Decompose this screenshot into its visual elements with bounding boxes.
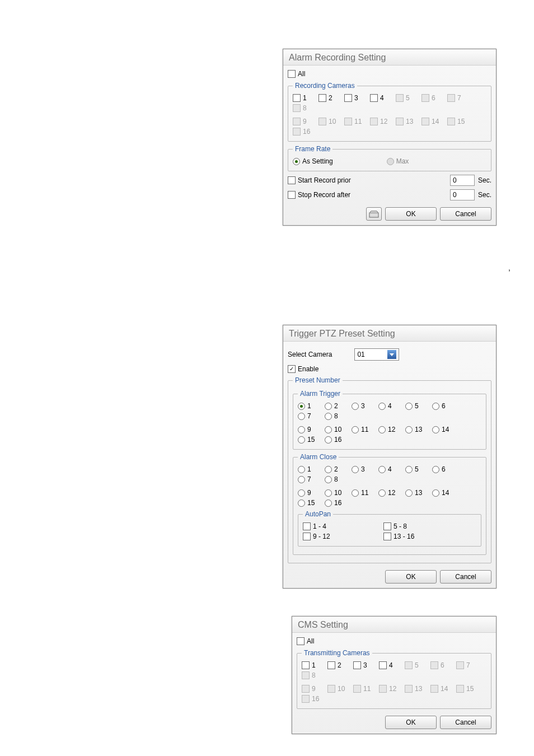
camera-16-checkbox: 16 xyxy=(293,128,316,136)
transmitting-cameras-group: Transmitting Cameras 1 2 3 4 5 6 7 8 9 1… xyxy=(297,649,491,709)
camera-8-checkbox: 8 xyxy=(293,104,316,112)
close-12-radio[interactable]: 12 xyxy=(378,489,402,497)
trigger-9-radio[interactable]: 9 xyxy=(298,426,321,433)
camera-12-checkbox: 12 xyxy=(379,685,402,693)
close-6-radio[interactable]: 6 xyxy=(432,465,456,473)
close-1-radio[interactable]: 1 xyxy=(298,465,321,473)
close-16-radio[interactable]: 16 xyxy=(325,499,348,507)
trigger-2-radio[interactable]: 2 xyxy=(325,402,348,410)
trigger-4-radio[interactable]: 4 xyxy=(378,402,402,410)
frame-rate-legend: Frame Rate xyxy=(293,145,332,153)
cancel-button[interactable]: Cancel xyxy=(440,207,491,221)
ok-button[interactable]: OK xyxy=(385,207,437,221)
stop-record-after-checkbox[interactable]: Stop Record after xyxy=(288,191,350,199)
camera-1-checkbox[interactable]: 1 xyxy=(302,661,325,669)
close-11-radio[interactable]: 11 xyxy=(352,489,375,497)
close-4-radio[interactable]: 4 xyxy=(378,465,402,473)
camera-10-checkbox: 10 xyxy=(327,685,351,693)
close-13-radio[interactable]: 13 xyxy=(405,489,429,497)
trigger-3-radio[interactable]: 3 xyxy=(352,402,375,410)
transmitting-cameras-legend: Transmitting Cameras xyxy=(302,649,372,657)
alarm-recording-dialog: Alarm Recording Setting All Recording Ca… xyxy=(283,49,496,226)
close-15-radio[interactable]: 15 xyxy=(298,499,321,507)
select-camera-dropdown[interactable]: 01 xyxy=(354,348,399,361)
camera-7-checkbox: 7 xyxy=(447,94,471,102)
autopan-5-8-checkbox[interactable]: 5 - 8 xyxy=(383,522,407,530)
camera-4-checkbox[interactable]: 4 xyxy=(370,94,394,102)
close-3-radio[interactable]: 3 xyxy=(352,465,375,473)
trigger-5-radio[interactable]: 5 xyxy=(405,402,429,410)
autopan-13-16-checkbox[interactable]: 13 - 16 xyxy=(383,533,414,540)
camera-9-checkbox: 9 xyxy=(302,685,325,693)
preset-number-group: Preset Number Alarm Trigger 1 2 3 4 5 6 … xyxy=(288,376,491,563)
close-7-radio[interactable]: 7 xyxy=(298,475,321,483)
all-label: All xyxy=(298,70,305,78)
cancel-button[interactable]: Cancel xyxy=(440,570,491,584)
camera-6-checkbox: 6 xyxy=(421,94,445,102)
camera-7-checkbox: 7 xyxy=(456,661,480,669)
chevron-down-icon xyxy=(387,350,396,359)
camera-14-checkbox: 14 xyxy=(421,118,445,125)
start-record-prior-checkbox[interactable]: Start Record prior xyxy=(288,176,351,184)
camera-15-checkbox: 15 xyxy=(456,685,480,693)
trigger-6-radio[interactable]: 6 xyxy=(432,402,456,410)
camera-6-checkbox: 6 xyxy=(430,661,454,669)
enable-checkbox[interactable]: ✓Enable xyxy=(288,365,318,373)
trigger-14-radio[interactable]: 14 xyxy=(432,426,456,433)
camera-5-checkbox: 5 xyxy=(405,661,428,669)
close-9-radio[interactable]: 9 xyxy=(298,489,321,497)
trigger-7-radio[interactable]: 7 xyxy=(298,412,321,420)
camera-2-checkbox[interactable]: 2 xyxy=(327,661,351,669)
camera-11-checkbox: 11 xyxy=(344,118,368,125)
sec-label: Sec. xyxy=(478,191,491,199)
trigger-10-radio[interactable]: 10 xyxy=(325,426,348,433)
all-checkbox[interactable]: All xyxy=(288,70,305,78)
trigger-12-radio[interactable]: 12 xyxy=(378,426,402,433)
camera-3-checkbox[interactable]: 3 xyxy=(344,94,368,102)
camera-11-checkbox: 11 xyxy=(353,685,377,693)
trigger-1-radio[interactable]: 1 xyxy=(298,402,321,410)
recording-cameras-legend: Recording Cameras xyxy=(293,82,357,90)
camera-15-checkbox: 15 xyxy=(447,118,471,125)
cms-setting-dialog: CMS Setting All Transmitting Cameras 1 2… xyxy=(292,616,496,734)
camera-13-checkbox: 13 xyxy=(405,685,428,693)
camera-16-checkbox: 16 xyxy=(302,695,325,703)
close-14-radio[interactable]: 14 xyxy=(432,489,456,497)
autopan-1-4-checkbox[interactable]: 1 - 4 xyxy=(303,522,381,530)
alarm-close-legend: Alarm Close xyxy=(298,453,339,461)
trigger-13-radio[interactable]: 13 xyxy=(405,426,429,433)
close-2-radio[interactable]: 2 xyxy=(325,465,348,473)
trigger-8-radio[interactable]: 8 xyxy=(325,412,348,420)
select-camera-value: 01 xyxy=(357,351,364,358)
cancel-button[interactable]: Cancel xyxy=(440,716,491,729)
close-5-radio[interactable]: 5 xyxy=(405,465,429,473)
close-8-radio[interactable]: 8 xyxy=(325,475,348,483)
ok-button[interactable]: OK xyxy=(385,716,437,729)
trigger-16-radio[interactable]: 16 xyxy=(325,436,348,444)
recording-cameras-group: Recording Cameras 1 2 3 4 5 6 7 8 9 10 1… xyxy=(288,82,491,142)
trigger-11-radio[interactable]: 11 xyxy=(352,426,375,433)
close-10-radio[interactable]: 10 xyxy=(325,489,348,497)
alarm-close-group: Alarm Close 1 2 3 4 5 6 7 8 9 10 11 12 1… xyxy=(293,453,486,555)
dialog-title: Alarm Recording Setting xyxy=(283,49,496,66)
start-record-prior-input[interactable]: 0 xyxy=(450,175,475,186)
stop-record-after-input[interactable]: 0 xyxy=(450,189,475,200)
ptz-preset-dialog: Trigger PTZ Preset Setting Select Camera… xyxy=(283,325,496,589)
keyboard-icon-button[interactable] xyxy=(366,207,382,221)
camera-2-checkbox[interactable]: 2 xyxy=(318,94,342,102)
trigger-15-radio[interactable]: 15 xyxy=(298,436,321,444)
svg-rect-0 xyxy=(369,213,378,217)
camera-9-checkbox: 9 xyxy=(293,118,316,125)
camera-1-checkbox[interactable]: 1 xyxy=(293,94,316,102)
camera-4-checkbox[interactable]: 4 xyxy=(379,661,402,669)
ok-button[interactable]: OK xyxy=(385,570,437,584)
all-checkbox[interactable]: All xyxy=(297,637,314,645)
autopan-9-12-checkbox[interactable]: 9 - 12 xyxy=(303,533,381,540)
as-setting-radio[interactable]: As Setting xyxy=(293,157,333,165)
preset-number-legend: Preset Number xyxy=(293,376,343,384)
autopan-group: AutoPan 1 - 4 5 - 8 9 - 12 13 - 16 xyxy=(298,510,481,547)
alarm-trigger-legend: Alarm Trigger xyxy=(298,390,343,398)
autopan-legend: AutoPan xyxy=(303,510,333,518)
camera-3-checkbox[interactable]: 3 xyxy=(353,661,377,669)
stray-comma: , xyxy=(508,263,510,272)
